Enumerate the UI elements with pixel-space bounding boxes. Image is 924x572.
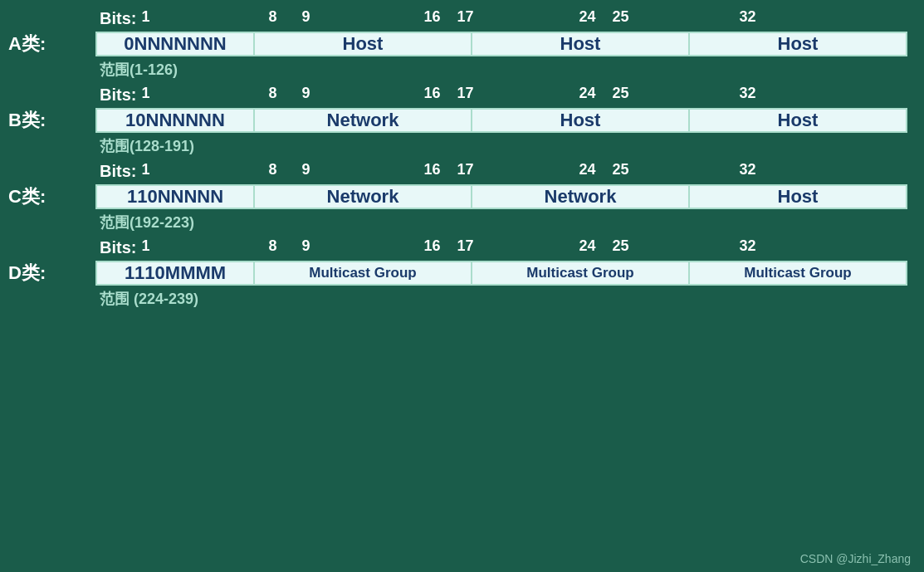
grid-table-class-a: 0NNNNNNNHostHostHost	[95, 32, 907, 56]
bit-num-17-class-b: 17	[457, 85, 473, 102]
grid-table-class-d: 1110MMMMMulticast GroupMulticast GroupMu…	[95, 261, 907, 286]
bit-num-1-class-d: 1	[141, 237, 149, 255]
bit-num-16-class-b: 16	[423, 85, 440, 102]
bits-row-class-c: Bits:1891617242532	[100, 161, 907, 181]
bit-num-16-class-a: 16	[423, 8, 440, 26]
bit-num-25-class-d: 25	[612, 237, 628, 255]
section-class-d: Bits:1891617242532D类:1110MMMMMulticast G…	[8, 237, 907, 309]
bit-num-16-class-d: 16	[423, 237, 440, 255]
bit-num-24-class-c: 24	[579, 161, 595, 178]
cell-class-c-2: Network	[472, 186, 690, 208]
bit-num-1-class-a: 1	[141, 8, 149, 26]
section-class-c: Bits:1891617242532C类:110NNNNNNetworkNetw…	[8, 161, 907, 232]
cell-class-a-0: 0NNNNNNN	[97, 33, 255, 55]
bit-num-24-class-d: 24	[579, 237, 595, 255]
class-row-class-d: D类:1110MMMMMulticast GroupMulticast Grou…	[8, 261, 907, 286]
grid-table-class-c: 110NNNNNNetworkNetworkHost	[95, 184, 907, 209]
class-label-class-a: A类:	[8, 32, 95, 56]
bits-label-class-c: Bits:	[100, 162, 136, 181]
cell-class-d-2: Multicast Group	[472, 262, 690, 284]
watermark-label: CSDN @Jizhi_Zhang	[800, 552, 911, 565]
bit-num-25-class-a: 25	[612, 8, 628, 26]
cell-class-a-3: Host	[690, 33, 906, 55]
bit-num-32-class-d: 32	[739, 237, 755, 255]
bits-row-class-b: Bits:1891617242532	[100, 85, 907, 105]
cell-class-c-3: Host	[690, 186, 906, 208]
bits-label-class-d: Bits:	[100, 238, 136, 257]
cell-class-a-1: Host	[255, 33, 472, 55]
bit-num-8-class-d: 8	[268, 237, 276, 255]
bit-num-1-class-b: 1	[141, 85, 149, 102]
class-row-class-b: B类:10NNNNNNNetworkHostHost	[8, 108, 907, 133]
class-row-class-a: A类:0NNNNNNNHostHostHost	[8, 32, 907, 56]
bit-num-32-class-b: 32	[739, 85, 755, 102]
bit-num-32-class-c: 32	[739, 161, 755, 178]
section-class-b: Bits:1891617242532B类:10NNNNNNNetworkHost…	[8, 85, 907, 156]
cell-class-d-1: Multicast Group	[255, 262, 472, 284]
cell-class-b-2: Host	[472, 110, 690, 131]
cell-class-b-1: Network	[255, 110, 472, 131]
grid-table-class-b: 10NNNNNNNetworkHostHost	[95, 108, 907, 133]
bit-num-17-class-c: 17	[457, 161, 473, 178]
class-label-class-b: B类:	[8, 108, 95, 133]
bit-num-9-class-c: 9	[301, 161, 310, 178]
bits-row-class-a: Bits:1891617242532	[100, 8, 907, 28]
class-label-class-c: C类:	[8, 184, 95, 209]
cell-class-b-3: Host	[690, 110, 906, 131]
class-label-class-d: D类:	[8, 261, 95, 286]
bit-num-17-class-d: 17	[457, 237, 473, 255]
cell-class-d-3: Multicast Group	[690, 262, 906, 284]
bit-num-9-class-b: 9	[301, 85, 310, 102]
cell-class-b-0: 10NNNNNN	[97, 110, 255, 131]
range-label-class-a: 范围(1-126)	[100, 60, 907, 80]
cell-class-c-1: Network	[255, 186, 472, 208]
cell-class-d-0: 1110MMMM	[97, 262, 255, 284]
bit-num-25-class-b: 25	[612, 85, 628, 102]
bit-num-9-class-d: 9	[301, 237, 310, 255]
class-row-class-c: C类:110NNNNNNetworkNetworkHost	[8, 184, 907, 209]
bit-num-1-class-c: 1	[141, 161, 149, 178]
range-label-class-d: 范围 (224-239)	[100, 289, 907, 309]
bits-label-class-a: Bits:	[100, 9, 136, 28]
bit-num-9-class-a: 9	[301, 8, 310, 26]
bit-num-17-class-a: 17	[457, 8, 473, 26]
range-label-class-b: 范围(128-191)	[100, 136, 907, 156]
bit-num-8-class-c: 8	[268, 161, 276, 178]
bit-num-8-class-b: 8	[268, 85, 276, 102]
bit-num-25-class-c: 25	[612, 161, 628, 178]
cell-class-a-2: Host	[472, 33, 690, 55]
bit-num-32-class-a: 32	[739, 8, 755, 26]
bit-num-8-class-a: 8	[268, 8, 276, 26]
bit-num-24-class-b: 24	[579, 85, 595, 102]
bits-row-class-d: Bits:1891617242532	[100, 237, 907, 257]
bits-label-class-b: Bits:	[100, 86, 136, 105]
range-label-class-c: 范围(192-223)	[100, 213, 907, 232]
bit-num-24-class-a: 24	[579, 8, 595, 26]
section-class-a: Bits:1891617242532A类:0NNNNNNNHostHostHos…	[8, 8, 907, 80]
main-container: Bits:1891617242532A类:0NNNNNNNHostHostHos…	[0, 0, 924, 572]
cell-class-c-0: 110NNNNN	[97, 186, 255, 208]
bit-num-16-class-c: 16	[423, 161, 440, 178]
